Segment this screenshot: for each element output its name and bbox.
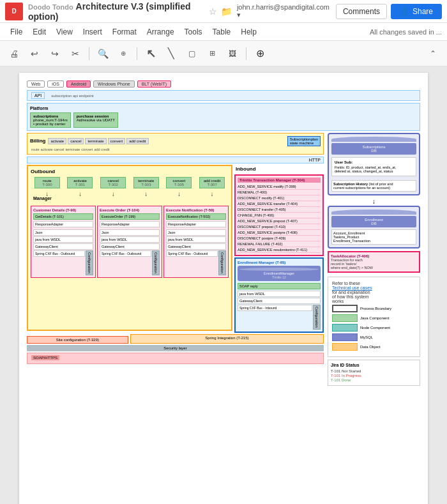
legend-process-boundary-color — [332, 305, 358, 312]
enrollment-tables: Account_EnrollmentTaskins_ProductEnrollm… — [331, 229, 416, 245]
tm-item-12: ADD_NEW_SERVICE resubmitontro (T-411) — [238, 247, 321, 253]
legend-process-boundary: Process Boundary — [332, 305, 416, 312]
subscriptions-db-panel: SubscriptionsDB User Sub: Fields: ID, pr… — [328, 133, 420, 195]
app-icon: D — [5, 3, 23, 20]
platform-area: Platform subscriptions phone_num:T-194m … — [27, 103, 420, 131]
subscriptions-component: subscriptions phone_num:T-194m • product… — [30, 112, 71, 128]
status-strips: Site configuration (T-329) Spring Integr… — [27, 334, 324, 344]
transaction-manager-title: Trinitix Transaction Manager (T-304) — [238, 178, 321, 183]
execute-order-box: Execute Order (T-104) ExecuteOrder (T-19… — [97, 206, 162, 278]
component-route: routeT-300 — [34, 177, 60, 188]
menu-file[interactable]: File — [5, 26, 27, 38]
zoom-in-button[interactable]: ⊕ — [114, 45, 132, 62]
user-sub-title: User Sub: — [335, 160, 413, 164]
legend-data-object-color — [332, 343, 358, 351]
execute-notification-box: Execute Notification (T-59) ExecuteNotif… — [163, 206, 229, 278]
legend-node-component: Node Component — [332, 324, 416, 332]
tm-item-1: ADD_NEW_SERVICE modify (T-399) — [238, 184, 321, 190]
tm-item-9: ADD_NEW_SERVICE postpre (T-408) — [238, 230, 321, 236]
springcxf-1: Spring CXF Bus - Outbound — [33, 250, 85, 275]
star-icon[interactable]: ☆ — [209, 6, 217, 17]
toolbar-separator-3 — [246, 47, 246, 60]
springcxf-2: Spring CXF Bus - Outbound — [100, 250, 151, 275]
user-email: john.r.harris@spandigital.com ▾ — [237, 3, 330, 19]
subscription-history: Subscription History (list of prior andc… — [331, 180, 416, 192]
enrollment-manager-box: Enrollment Manager (T-85) EnrollmentMana… — [234, 257, 324, 333]
legend-link[interactable]: Technical use cases — [332, 286, 372, 290]
execute-order-title: Execute Order (T-104) — [100, 208, 160, 212]
menu-bar: File Edit View Insert Format Arrange Too… — [0, 23, 447, 41]
menu-tools[interactable]: Tools — [179, 26, 208, 38]
right-panel: SubscriptionsDB User Sub: Fields: ID, pr… — [328, 133, 420, 386]
json-2: Json — [100, 229, 160, 236]
tm-item-6: CHANGE_FNN (T-406) — [238, 213, 321, 218]
user-sub-desc: Fields: ID, product, started_at, ends_at… — [335, 165, 413, 173]
java-wsdl-2: java from WSDL — [100, 236, 160, 243]
executeorder: ExecuteOrder (T-199) — [100, 213, 160, 220]
java-wsdl-3: java from WSDL — [166, 236, 226, 243]
share-button[interactable]: 👤 Share — [391, 4, 442, 19]
config-wrap-1: Spring CXF Bus - Outbound Configuration — [33, 250, 93, 275]
menu-arrange[interactable]: Arrange — [142, 26, 179, 38]
customer-details-title: Customer Details (T-90) — [33, 208, 93, 212]
image-button[interactable]: 🖼 — [224, 45, 241, 62]
http-bar: HTTP — [27, 157, 324, 164]
menu-help[interactable]: Help — [236, 26, 262, 38]
user-sub-info: User Sub: Fields: ID, product, started_a… — [331, 157, 416, 176]
legend-node-label: Node Component — [360, 326, 390, 330]
json-1: Json — [33, 229, 93, 236]
doc-area[interactable]: Web iOS Android Windows Phone BLT (WebIT… — [0, 66, 447, 504]
execute-notification-title: Execute Notification (T-59) — [166, 208, 226, 212]
redo-button[interactable]: ↪ — [46, 45, 64, 62]
architecture-diagram: Web iOS Android Windows Phone BLT (WebIT… — [27, 80, 420, 386]
billing-section: Billing activate cancel terminate conver… — [27, 133, 324, 155]
bottom-area: SOAP/HTTPS — [27, 353, 324, 364]
executenotification: ExecuteNotification (T-502) — [166, 213, 226, 220]
task-allocator-box: TaskAllocator (T-406) Transaction for ea… — [328, 251, 420, 273]
undo-button[interactable]: ↩ — [26, 45, 43, 62]
scissors-button[interactable]: ✂ — [66, 45, 84, 62]
shape-button[interactable]: ▢ — [183, 45, 201, 62]
jira-not-started: T-101 Not Started — [331, 369, 417, 373]
outbound-label: Outbound — [31, 169, 229, 174]
tm-item-7: ADD_NEW_SERVICE prepost (T-407) — [238, 218, 321, 224]
document: Web iOS Android Windows Phone BLT (WebIT… — [19, 73, 428, 504]
subscription-api-label: subscription api endpoint — [51, 94, 93, 98]
legend-java-component: Java Component — [332, 314, 416, 322]
crop-button[interactable]: ⊞ — [203, 45, 221, 62]
menu-insert[interactable]: Insert — [78, 26, 107, 38]
menu-format[interactable]: Format — [107, 26, 142, 38]
tm-item-8: DISCONNECT prepost (T-410) — [238, 224, 321, 230]
cursor-button[interactable]: ↖ — [142, 45, 160, 62]
client-ios: iOS — [47, 80, 64, 88]
line-button[interactable]: ╲ — [162, 45, 180, 62]
menu-edit[interactable]: Edit — [27, 26, 51, 38]
spring-integration-strip: Spring Integration (T-215) — [130, 334, 324, 344]
menu-view[interactable]: View — [51, 26, 78, 38]
enrollment-soap: SOAP reply — [238, 283, 321, 289]
getdetails: GetDetails (T-101) — [33, 213, 93, 220]
legend-mysql-label: MySQL — [360, 335, 373, 339]
folder-icon[interactable]: 📁 — [221, 6, 232, 17]
enrollment-gateway: GatewayClient — [238, 298, 321, 304]
sub-components-row: Customer Details (T-90) GetDetails (T-10… — [31, 206, 229, 278]
tm-item-4: ADD_NEW_SERVICE transfer (T-404) — [238, 201, 321, 207]
db-cylinder-top — [331, 137, 416, 142]
jira-status-title: Jira ID Status — [331, 363, 417, 367]
print-button[interactable]: 🖨 — [5, 45, 23, 62]
component-cancel: cancelT-302 — [100, 177, 126, 188]
billing-convert: convert — [108, 138, 126, 144]
left-column: Billing activate cancel terminate conver… — [27, 133, 324, 386]
legend-java-label: Java Component — [360, 316, 389, 320]
enrollment-cylinder: EnrollmentManager Trinitix 12 — [238, 266, 321, 281]
expand-button[interactable]: ⌃ — [424, 45, 442, 62]
comments-button[interactable]: Comments — [336, 4, 387, 19]
menu-table[interactable]: Table — [208, 26, 236, 38]
add-button[interactable]: ⊕ — [251, 45, 269, 62]
gateway-1: GatewayClient — [33, 243, 93, 250]
toolbar: 🖨 ↩ ↪ ✂ 🔍 ⊕ ↖ ╲ ▢ ⊞ 🖼 ⊕ ⌃ — [0, 41, 447, 66]
billing-actions-row: routeactivatecancelterminateconvertadd c… — [30, 148, 321, 151]
task-allocator-desc: Transaction for eachrecord in 'taskns'wh… — [331, 258, 417, 270]
outbound-inbound-section: Outbound routeT-300 activateT-301 cancel… — [27, 165, 324, 333]
zoom-button[interactable]: 🔍 — [94, 45, 112, 62]
